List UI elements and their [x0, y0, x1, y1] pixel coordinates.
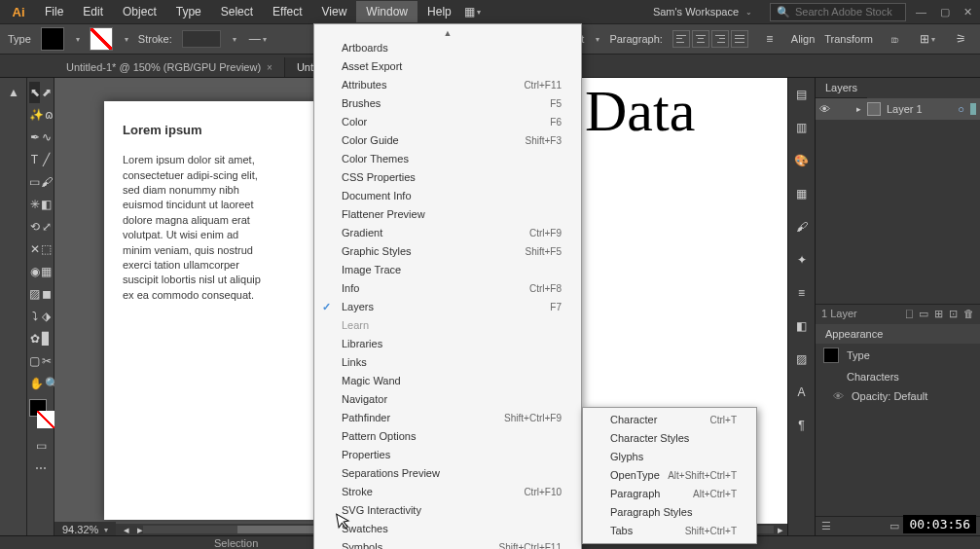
type-submenu-item-tabs[interactable]: TabsShift+Ctrl+T: [583, 522, 756, 540]
brush-tool-icon[interactable]: 🖌: [41, 171, 53, 193]
menu-view[interactable]: View: [312, 1, 357, 22]
align-left-icon[interactable]: [672, 30, 690, 48]
window-menu-item-attributes[interactable]: AttributesCtrl+F11: [314, 76, 581, 94]
type-submenu-item-paragraph[interactable]: ParagraphAlt+Ctrl+T: [583, 485, 756, 503]
menu-help[interactable]: Help: [417, 1, 461, 22]
transform-link[interactable]: Transform: [824, 33, 873, 45]
add-stroke-icon[interactable]: ▭: [889, 520, 899, 532]
menu-file[interactable]: File: [35, 1, 73, 22]
minimize-icon[interactable]: —: [916, 6, 926, 18]
visibility-icon[interactable]: 👁: [819, 103, 833, 115]
menu-window[interactable]: Window: [356, 1, 417, 22]
window-menu-item-color-guide[interactable]: Color GuideShift+F3: [314, 131, 581, 150]
appearance-menu-icon[interactable]: ☰: [821, 520, 831, 532]
menu-effect[interactable]: Effect: [263, 1, 311, 22]
eraser-tool-icon[interactable]: ◧: [41, 194, 52, 215]
appearance-tab[interactable]: Appearance: [816, 324, 980, 344]
window-menu-item-properties[interactable]: Properties: [314, 446, 581, 464]
window-menu-item-brushes[interactable]: BrushesF5: [314, 94, 581, 113]
artboard-tool-icon[interactable]: ▢: [29, 350, 40, 372]
close-icon[interactable]: ✕: [963, 6, 972, 18]
menu-edit[interactable]: Edit: [73, 1, 113, 22]
layer-row[interactable]: 👁 ▸ Layer 1 ○: [816, 98, 980, 120]
perspective-icon[interactable]: ▦: [41, 261, 52, 282]
transparency-panel-icon[interactable]: ▨: [790, 348, 814, 370]
window-menu-item-document-info[interactable]: Document Info: [314, 187, 581, 205]
chevron-right-icon[interactable]: ▸: [856, 104, 861, 114]
list-icon[interactable]: ≡: [758, 27, 781, 51]
window-menu-item-info[interactable]: InfoCtrl+F8: [314, 279, 581, 298]
window-menu-item-asset-export[interactable]: Asset Export: [314, 57, 581, 76]
symbol-sprayer-icon[interactable]: ✿: [29, 328, 40, 349]
type-submenu-item-opentype[interactable]: OpenTypeAlt+Shift+Ctrl+T: [583, 466, 756, 485]
curvature-tool-icon[interactable]: ∿: [41, 127, 52, 148]
stroke-panel-icon[interactable]: ≡: [790, 282, 814, 304]
eyedropper-tool-icon[interactable]: ⤵: [29, 306, 40, 327]
isolate-icon[interactable]: ⎄: [883, 27, 906, 51]
type-submenu-item-paragraph-styles[interactable]: Paragraph Styles: [583, 503, 756, 522]
selection-tool-icon[interactable]: ⬉: [29, 82, 40, 103]
window-menu-item-learn[interactable]: Learn: [314, 316, 581, 335]
align-link[interactable]: Align: [791, 33, 815, 45]
data-text[interactable]: Data: [585, 78, 695, 145]
bridge-icon[interactable]: ▦▾: [461, 0, 485, 23]
selection-tool[interactable]: ▲: [2, 82, 25, 103]
line-tool-icon[interactable]: ╱: [41, 149, 52, 170]
window-menu-item-artboards[interactable]: Artboards: [314, 39, 581, 57]
menu-type[interactable]: Type: [166, 1, 211, 22]
window-menu-item-css-properties[interactable]: CSS Properties: [314, 168, 581, 187]
type-submenu-item-glyphs[interactable]: Glyphs: [583, 448, 756, 466]
blend-tool-icon[interactable]: ⬗: [41, 306, 52, 327]
rectangle-tool-icon[interactable]: ▭: [29, 171, 40, 193]
free-transform-icon[interactable]: ⬚: [41, 238, 52, 260]
character-panel-icon[interactable]: A: [790, 382, 814, 403]
window-menu-item-color-themes[interactable]: Color Themes: [314, 150, 581, 168]
stroke-weight-input[interactable]: [182, 30, 221, 48]
menu-object[interactable]: Object: [113, 1, 166, 22]
search-stock-input[interactable]: 🔍Search Adobe Stock: [770, 3, 906, 21]
window-menu-item-swatches[interactable]: Swatches: [314, 520, 581, 538]
screen-mode-icon[interactable]: ▭: [29, 435, 53, 457]
appearance-opacity-row[interactable]: 👁Opacity: Default: [816, 386, 980, 406]
window-menu-item-gradient[interactable]: GradientCtrl+F9: [314, 224, 581, 242]
make-clip-icon[interactable]: ▭: [919, 308, 928, 320]
type-submenu-item-character[interactable]: CharacterCtrl+T: [583, 411, 756, 429]
window-menu-item-color[interactable]: ColorF6: [314, 113, 581, 131]
window-menu-item-symbols[interactable]: SymbolsShift+Ctrl+F11: [314, 538, 581, 549]
type-submenu-item-character-styles[interactable]: Character Styles: [583, 429, 756, 448]
lasso-tool-icon[interactable]: ɷ: [45, 104, 54, 126]
window-menu-item-pathfinder[interactable]: PathfinderShift+Ctrl+F9: [314, 409, 581, 427]
paragraph-panel-icon[interactable]: ¶: [790, 415, 814, 436]
window-menu-item-magic-wand[interactable]: Magic Wand: [314, 372, 581, 390]
align-center-icon[interactable]: [692, 30, 709, 48]
window-menu-item-flattener-preview[interactable]: Flattener Preview: [314, 205, 581, 224]
menu-scroll-up[interactable]: ▲: [314, 27, 581, 39]
fill-swatch[interactable]: [41, 27, 64, 51]
window-menu-item-layers[interactable]: ✓LayersF7: [314, 298, 581, 316]
magic-wand-tool-icon[interactable]: ✨: [29, 104, 44, 126]
gradient-panel-icon[interactable]: ◧: [790, 315, 814, 337]
stroke-swatch[interactable]: [90, 27, 113, 51]
text-frame[interactable]: Lorem ipsum Lorem ipsum dolor sit amet, …: [123, 122, 269, 303]
window-menu-item-pattern-options[interactable]: Pattern Options: [314, 427, 581, 446]
appearance-chars-row[interactable]: Characters: [816, 367, 980, 386]
scale-tool-icon[interactable]: ⤢: [41, 216, 52, 238]
libraries-panel-icon[interactable]: ▥: [790, 117, 814, 138]
window-menu-item-stroke[interactable]: StrokeCtrl+F10: [314, 483, 581, 501]
type-tool-icon[interactable]: T: [29, 149, 40, 170]
prefs-icon[interactable]: ⚞: [949, 27, 972, 51]
close-tab-icon[interactable]: ×: [267, 62, 272, 73]
rotate-tool-icon[interactable]: ⟲: [29, 216, 40, 238]
edit-toolbar-icon[interactable]: ⋯: [29, 458, 53, 479]
new-layer-icon[interactable]: ⊡: [949, 308, 958, 320]
workspace-switcher[interactable]: Sam's Workspace⌄: [643, 3, 762, 20]
width-tool-icon[interactable]: ✕: [29, 238, 40, 260]
window-menu-item-separations-preview[interactable]: Separations Preview: [314, 464, 581, 483]
color-panel-icon[interactable]: 🎨: [790, 150, 814, 171]
color-picker[interactable]: [29, 399, 54, 428]
mesh-tool-icon[interactable]: ▨: [29, 283, 40, 305]
window-menu-item-image-trace[interactable]: Image Trace: [314, 261, 581, 279]
maximize-icon[interactable]: ▢: [940, 6, 950, 18]
layer-name[interactable]: Layer 1: [887, 103, 923, 115]
window-menu-item-navigator[interactable]: Navigator: [314, 390, 581, 409]
